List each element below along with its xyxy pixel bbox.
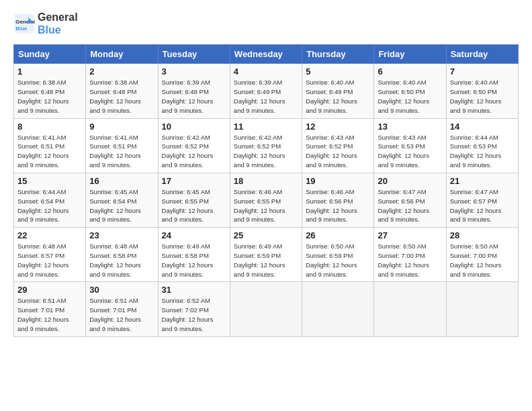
day-detail: Sunrise: 6:50 AMSunset: 7:00 PMDaylight:… bbox=[450, 242, 502, 277]
table-row: 12 Sunrise: 6:43 AMSunset: 6:52 PMDaylig… bbox=[302, 118, 374, 173]
table-row: 26 Sunrise: 6:50 AMSunset: 6:59 PMDaylig… bbox=[302, 228, 374, 282]
day-number: 20 bbox=[378, 176, 442, 186]
day-number: 13 bbox=[378, 122, 442, 132]
day-number: 23 bbox=[89, 230, 154, 240]
day-detail: Sunrise: 6:40 AMSunset: 6:49 PMDaylight:… bbox=[306, 79, 357, 113]
day-number: 29 bbox=[17, 285, 82, 295]
day-detail: Sunrise: 6:47 AMSunset: 6:56 PMDaylight:… bbox=[378, 188, 429, 223]
table-row bbox=[230, 282, 302, 336]
day-detail: Sunrise: 6:43 AMSunset: 6:53 PMDaylight:… bbox=[378, 134, 429, 169]
header: General Blue General Blue bbox=[13, 11, 519, 36]
day-number: 4 bbox=[234, 66, 298, 77]
col-thursday: Thursday bbox=[302, 45, 374, 64]
day-detail: Sunrise: 6:46 AMSunset: 6:56 PMDaylight:… bbox=[306, 188, 357, 223]
table-row: 9 Sunrise: 6:41 AMSunset: 6:51 PMDayligh… bbox=[86, 118, 158, 173]
day-detail: Sunrise: 6:51 AMSunset: 7:01 PMDaylight:… bbox=[17, 297, 69, 332]
day-number: 18 bbox=[234, 176, 298, 186]
day-detail: Sunrise: 6:41 AMSunset: 6:51 PMDaylight:… bbox=[17, 134, 69, 169]
page-container: General Blue General Blue Sunday Monday … bbox=[0, 0, 532, 344]
table-row: 8 Sunrise: 6:41 AMSunset: 6:51 PMDayligh… bbox=[14, 118, 86, 173]
day-number: 28 bbox=[450, 230, 515, 240]
day-detail: Sunrise: 6:41 AMSunset: 6:51 PMDaylight:… bbox=[89, 134, 141, 169]
day-number: 17 bbox=[162, 176, 226, 186]
day-detail: Sunrise: 6:40 AMSunset: 6:50 PMDaylight:… bbox=[378, 79, 429, 113]
day-detail: Sunrise: 6:52 AMSunset: 7:02 PMDaylight:… bbox=[162, 297, 214, 332]
table-row: 11 Sunrise: 6:42 AMSunset: 6:52 PMDaylig… bbox=[230, 118, 302, 173]
day-detail: Sunrise: 6:49 AMSunset: 6:58 PMDaylight:… bbox=[162, 242, 214, 277]
day-number: 3 bbox=[162, 66, 226, 77]
table-row: 2 Sunrise: 6:38 AMSunset: 6:48 PMDayligh… bbox=[86, 64, 158, 118]
table-row bbox=[302, 282, 374, 336]
day-number: 19 bbox=[306, 176, 370, 186]
logo-general: General bbox=[38, 11, 78, 24]
day-detail: Sunrise: 6:48 AMSunset: 6:58 PMDaylight:… bbox=[89, 242, 141, 277]
day-detail: Sunrise: 6:38 AMSunset: 6:48 PMDaylight:… bbox=[17, 79, 69, 113]
table-row: 31 Sunrise: 6:52 AMSunset: 7:02 PMDaylig… bbox=[158, 282, 230, 336]
day-detail: Sunrise: 6:49 AMSunset: 6:59 PMDaylight:… bbox=[234, 242, 285, 277]
table-row: 20 Sunrise: 6:47 AMSunset: 6:56 PMDaylig… bbox=[374, 173, 446, 227]
table-row bbox=[446, 282, 518, 336]
table-row: 16 Sunrise: 6:45 AMSunset: 6:54 PMDaylig… bbox=[86, 173, 158, 227]
table-row: 6 Sunrise: 6:40 AMSunset: 6:50 PMDayligh… bbox=[374, 64, 446, 118]
day-number: 25 bbox=[234, 230, 298, 240]
day-detail: Sunrise: 6:46 AMSunset: 6:55 PMDaylight:… bbox=[234, 188, 285, 223]
col-tuesday: Tuesday bbox=[158, 45, 230, 64]
table-row: 13 Sunrise: 6:43 AMSunset: 6:53 PMDaylig… bbox=[374, 118, 446, 173]
day-number: 15 bbox=[17, 176, 82, 186]
table-row: 25 Sunrise: 6:49 AMSunset: 6:59 PMDaylig… bbox=[230, 228, 302, 282]
table-row: 1 Sunrise: 6:38 AMSunset: 6:48 PMDayligh… bbox=[14, 64, 86, 118]
day-number: 5 bbox=[306, 66, 370, 77]
table-row: 14 Sunrise: 6:44 AMSunset: 6:53 PMDaylig… bbox=[446, 118, 518, 173]
logo-icon: General Blue bbox=[13, 13, 35, 34]
day-number: 2 bbox=[89, 66, 154, 77]
day-detail: Sunrise: 6:48 AMSunset: 6:57 PMDaylight:… bbox=[17, 242, 69, 277]
svg-text:Blue: Blue bbox=[15, 26, 28, 32]
logo-blue: Blue bbox=[38, 24, 78, 36]
day-number: 24 bbox=[162, 230, 226, 240]
day-detail: Sunrise: 6:51 AMSunset: 7:01 PMDaylight:… bbox=[89, 297, 141, 332]
day-number: 27 bbox=[378, 230, 442, 240]
day-number: 30 bbox=[89, 285, 154, 295]
day-number: 21 bbox=[450, 176, 515, 186]
logo: General Blue General Blue bbox=[13, 11, 78, 36]
table-row: 22 Sunrise: 6:48 AMSunset: 6:57 PMDaylig… bbox=[14, 228, 86, 282]
day-detail: Sunrise: 6:44 AMSunset: 6:54 PMDaylight:… bbox=[17, 188, 69, 223]
day-detail: Sunrise: 6:43 AMSunset: 6:52 PMDaylight:… bbox=[306, 134, 357, 169]
day-detail: Sunrise: 6:40 AMSunset: 6:50 PMDaylight:… bbox=[450, 79, 502, 113]
day-detail: Sunrise: 6:42 AMSunset: 6:52 PMDaylight:… bbox=[234, 134, 285, 169]
table-row: 7 Sunrise: 6:40 AMSunset: 6:50 PMDayligh… bbox=[446, 64, 518, 118]
day-number: 8 bbox=[17, 122, 82, 132]
table-row: 30 Sunrise: 6:51 AMSunset: 7:01 PMDaylig… bbox=[86, 282, 158, 336]
col-saturday: Saturday bbox=[446, 45, 518, 64]
table-row: 5 Sunrise: 6:40 AMSunset: 6:49 PMDayligh… bbox=[302, 64, 374, 118]
day-detail: Sunrise: 6:38 AMSunset: 6:48 PMDaylight:… bbox=[89, 79, 141, 113]
day-number: 12 bbox=[306, 122, 370, 132]
day-detail: Sunrise: 6:45 AMSunset: 6:55 PMDaylight:… bbox=[162, 188, 214, 223]
table-row: 27 Sunrise: 6:50 AMSunset: 7:00 PMDaylig… bbox=[374, 228, 446, 282]
calendar-table: Sunday Monday Tuesday Wednesday Thursday… bbox=[13, 44, 519, 336]
col-monday: Monday bbox=[86, 45, 158, 64]
day-number: 10 bbox=[162, 122, 226, 132]
day-detail: Sunrise: 6:44 AMSunset: 6:53 PMDaylight:… bbox=[450, 134, 502, 169]
table-row: 23 Sunrise: 6:48 AMSunset: 6:58 PMDaylig… bbox=[86, 228, 158, 282]
day-detail: Sunrise: 6:39 AMSunset: 6:48 PMDaylight:… bbox=[162, 79, 214, 113]
table-row bbox=[374, 282, 446, 336]
day-detail: Sunrise: 6:42 AMSunset: 6:52 PMDaylight:… bbox=[162, 134, 214, 169]
day-number: 22 bbox=[17, 230, 82, 240]
day-detail: Sunrise: 6:47 AMSunset: 6:57 PMDaylight:… bbox=[450, 188, 502, 223]
day-number: 9 bbox=[89, 122, 154, 132]
day-detail: Sunrise: 6:39 AMSunset: 6:49 PMDaylight:… bbox=[234, 79, 285, 113]
table-row: 24 Sunrise: 6:49 AMSunset: 6:58 PMDaylig… bbox=[158, 228, 230, 282]
table-row: 28 Sunrise: 6:50 AMSunset: 7:00 PMDaylig… bbox=[446, 228, 518, 282]
col-sunday: Sunday bbox=[14, 45, 86, 64]
day-number: 14 bbox=[450, 122, 515, 132]
header-row: Sunday Monday Tuesday Wednesday Thursday… bbox=[14, 45, 519, 64]
day-detail: Sunrise: 6:50 AMSunset: 6:59 PMDaylight:… bbox=[306, 242, 357, 277]
day-detail: Sunrise: 6:50 AMSunset: 7:00 PMDaylight:… bbox=[378, 242, 429, 277]
table-row: 15 Sunrise: 6:44 AMSunset: 6:54 PMDaylig… bbox=[14, 173, 86, 227]
col-friday: Friday bbox=[374, 45, 446, 64]
day-number: 11 bbox=[234, 122, 298, 132]
table-row: 4 Sunrise: 6:39 AMSunset: 6:49 PMDayligh… bbox=[230, 64, 302, 118]
table-row: 10 Sunrise: 6:42 AMSunset: 6:52 PMDaylig… bbox=[158, 118, 230, 173]
table-row: 29 Sunrise: 6:51 AMSunset: 7:01 PMDaylig… bbox=[14, 282, 86, 336]
